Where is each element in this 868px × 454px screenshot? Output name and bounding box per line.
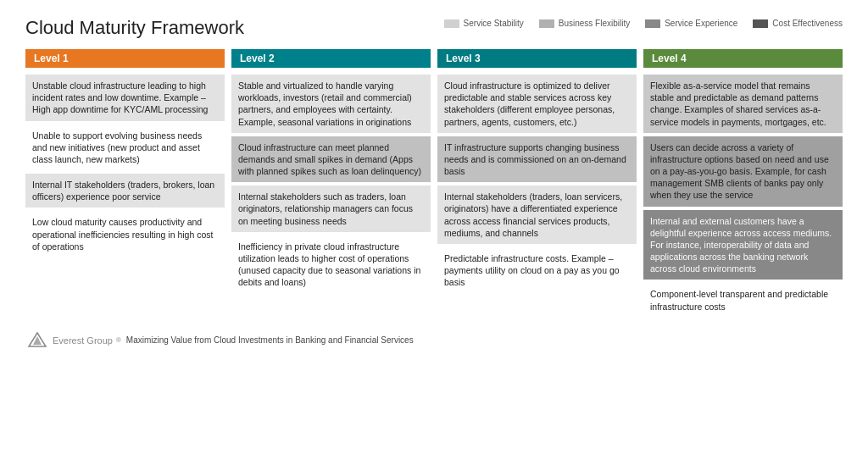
footer-company: Everest Group [53,335,113,346]
level1-cell-2: Unable to support evolving business need… [25,125,225,171]
level4-cell-3: Internal and external customers have a d… [643,210,843,280]
level3-cell-2: IT infrastructure supports changing busi… [437,136,637,183]
level1-cell-4: Low cloud maturity causes productivity a… [25,211,225,257]
stability-label: Service Stability [464,19,524,28]
level1-cell-1: Unstable cloud infrastructure leading to… [25,75,225,121]
stability-swatch [444,19,459,28]
level4-header: Level 4 [643,49,843,68]
cost-swatch [753,19,768,28]
legend-item-stability: Service Stability [444,19,524,28]
level2-column: Level 2 Stable and virtualized to handle… [231,49,431,321]
level3-cell-1: Cloud infrastructure is optimized to del… [437,75,637,133]
footer-tagline: Maximizing Value from Cloud Investments … [126,335,414,345]
level2-cell-1: Stable and virtualized to handle varying… [231,75,431,133]
level2-header: Level 2 [231,49,431,68]
footer-registered: ® [116,336,121,344]
flexibility-swatch [539,19,554,28]
level2-cell-4: Inefficiency in private cloud infrastruc… [231,235,431,294]
legend-item-experience: Service Experience [645,19,737,28]
framework-grid: Level 1 Unstable cloud infrastructure le… [25,49,843,321]
level2-cell-3: Internal stakeholders such as traders, l… [231,185,431,232]
level2-cell-2: Cloud infrastructure can meet planned de… [231,136,431,183]
cost-label: Cost Effectiveness [772,19,843,28]
experience-swatch [645,19,660,28]
level3-column: Level 3 Cloud infrastructure is optimize… [437,49,637,321]
level3-cell-4: Predictable infrastructure costs. Exampl… [437,247,637,294]
experience-label: Service Experience [665,19,737,28]
footer: Everest Group ® Maximizing Value from Cl… [25,331,843,350]
level4-cell-1: Flexible as-a-service model that remains… [643,75,843,133]
footer-logo: Everest Group ® [25,331,121,350]
level4-cell-4: Component-level transparent and predicta… [643,283,843,317]
level4-column: Level 4 Flexible as-a-service model that… [643,49,843,321]
level3-cell-3: Internal stakeholders (traders, loan ser… [437,185,637,244]
level3-header: Level 3 [437,49,637,68]
legend-item-flexibility: Business Flexibility [539,19,630,28]
level1-cell-3: Internal IT stakeholders (traders, broke… [25,174,225,208]
everest-logo-icon [25,331,49,350]
level4-cell-2: Users can decide across a variety of inf… [643,136,843,207]
legend: Service Stability Business Flexibility S… [444,19,843,28]
legend-item-cost: Cost Effectiveness [753,19,843,28]
flexibility-label: Business Flexibility [559,19,630,28]
level1-column: Level 1 Unstable cloud infrastructure le… [25,49,225,321]
level1-header: Level 1 [25,49,225,68]
